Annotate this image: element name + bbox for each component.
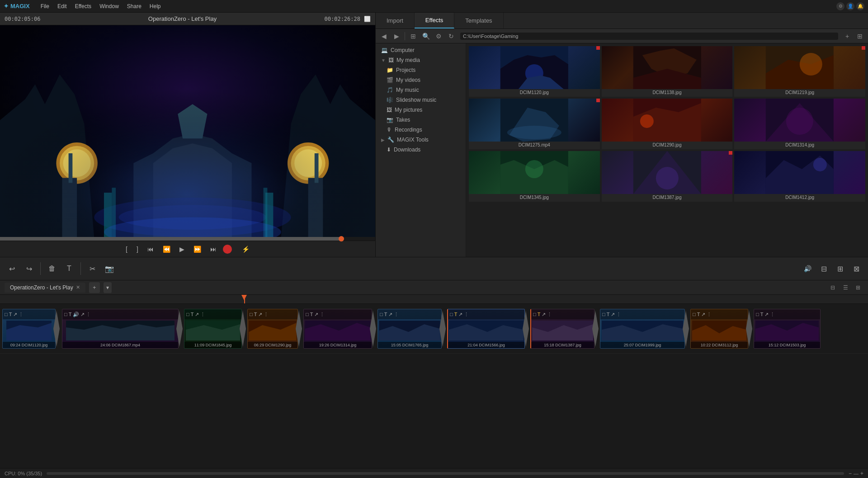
maximize-preview-button[interactable]: ⬜ — [364, 16, 371, 22]
media-thumb-1[interactable]: DCIM1120.jpg — [469, 46, 600, 97]
clip-menu-1[interactable]: ⋮ — [19, 312, 24, 317]
search-button[interactable]: 🔍 — [420, 31, 431, 42]
clip-checkbox-1[interactable]: □ — [5, 312, 8, 317]
play-button[interactable]: ▶ — [177, 244, 187, 255]
clip-info-5: 19:26 DCIM1314.jpg — [304, 342, 372, 348]
go-to-end-button[interactable]: ⏭ — [208, 244, 219, 255]
clip-5[interactable]: □ T ↗ ⋮ 19:26 DCIM1314.jpg — [303, 309, 372, 349]
tree-item-computer[interactable]: 💻 Computer — [376, 45, 466, 55]
thumb-label-7: DCIM1345.jpg — [469, 194, 600, 202]
media-thumb-8[interactable]: DCIM1387.jpg — [602, 151, 733, 202]
menu-window[interactable]: Window — [96, 2, 123, 10]
menu-file[interactable]: File — [37, 2, 53, 10]
tree-item-projects[interactable]: 📁 Projects — [376, 65, 466, 75]
tree-item-my-videos[interactable]: 🎬 My videos — [376, 75, 466, 85]
close-tab-button[interactable]: ✕ — [76, 284, 80, 290]
menu-edit[interactable]: Edit — [54, 2, 71, 10]
thumb-label-2: DCIM1138.jpg — [602, 89, 733, 97]
redo-button[interactable]: ↪ — [22, 261, 36, 276]
clip-10[interactable]: □ T ↗ ⋮ 10:22 DCIM3112.jpg — [690, 309, 748, 349]
tab-import[interactable]: Import — [376, 13, 415, 28]
timeline-scrollbar[interactable] — [47, 472, 844, 475]
minimize-button[interactable]: ⚙ — [836, 2, 844, 10]
tab-effects[interactable]: Effects — [415, 13, 455, 28]
menu-help[interactable]: Help — [146, 2, 165, 10]
media-thumb-6[interactable]: DCIM1314.jpg — [734, 99, 865, 149]
undo-button[interactable]: ↩ — [5, 261, 19, 276]
tree-item-slideshow-music[interactable]: 🎼 Slideshow music — [376, 95, 466, 105]
timeline-view-button[interactable]: ⊞ — [833, 261, 847, 276]
refresh-button[interactable]: ↻ — [446, 31, 457, 42]
svg-point-19 — [104, 217, 281, 237]
storyboard-view-button[interactable]: ⊟ — [816, 261, 831, 276]
clip-thumb-7 — [448, 319, 524, 342]
media-thumb-2[interactable]: DCIM1138.jpg — [602, 46, 733, 97]
zoom-out-button[interactable]: − — [849, 470, 852, 477]
delete-button[interactable]: 🗑 — [45, 261, 59, 276]
path-bar[interactable]: C:\User\Footage\Gaming — [460, 33, 838, 40]
back-button[interactable]: ◀ — [378, 31, 389, 42]
settings-button[interactable]: ⚙ — [433, 31, 444, 42]
text-button[interactable]: T — [62, 261, 76, 276]
tree-item-my-media[interactable]: ▼ 🖼 My media — [376, 55, 466, 65]
next-frame-button[interactable]: ⏩ — [191, 244, 204, 255]
volume-button[interactable]: 🔊 — [800, 261, 815, 276]
add-location-button[interactable]: + — [842, 31, 853, 42]
clip-4[interactable]: □ T ↗ ⋮ 06:29 DCIM1290.jpg — [247, 309, 298, 349]
mark-in-button[interactable]: [ — [123, 244, 130, 255]
forward-button[interactable]: ▶ — [391, 31, 402, 42]
preview-progressbar[interactable] — [0, 237, 375, 241]
media-thumb-4[interactable]: DCIM1275.mp4 — [469, 99, 600, 149]
media-grid: DCIM1120.jpg DCIM1138.jpg DCIM1219.jp — [466, 43, 868, 257]
media-thumb-9[interactable]: DCIM1412.jpg — [734, 151, 865, 202]
clip-6[interactable]: □ T ↗ ⋮ 15:05 DCIM1765.jpg — [377, 309, 442, 349]
tree-item-magix-tools[interactable]: ▶ 🔧 MAGIX Tools — [376, 135, 466, 145]
tree-item-downloads[interactable]: ⬇ Downloads — [376, 145, 466, 155]
zoom-in-button[interactable]: + — [860, 470, 863, 477]
go-to-start-button[interactable]: ⏮ — [145, 244, 156, 255]
notifications-button[interactable]: 🔔 — [856, 2, 864, 10]
clip-7[interactable]: □ T ↗ ⋮ 21:04 DCIM1566.jpg — [447, 309, 525, 349]
tree-item-my-music[interactable]: 🎵 My music — [376, 85, 466, 95]
account-button[interactable]: 👤 — [846, 2, 854, 10]
clip-info-10: 10:22 DCIM3112.jpg — [691, 342, 748, 348]
folder-view-button[interactable]: ⊞ — [408, 31, 419, 42]
tree-item-recordings[interactable]: 🎙 Recordings — [376, 125, 466, 135]
main-container: 00:02:05:06 OperationZero - Let's Play 0… — [0, 13, 868, 478]
timeline-tab[interactable]: OperationZero - Let's Play ✕ — [5, 283, 85, 293]
clip-8[interactable]: □ T ↗ ⋮ 15:18 DCIM1387.jpg — [530, 309, 594, 349]
clip-11[interactable]: □ T ↗ ⋮ 15:12 DCIM1503.jpg — [754, 309, 821, 349]
timeline-mode-button[interactable]: ☰ — [840, 282, 851, 293]
media-thumb-5[interactable]: DCIM1290.jpg — [602, 99, 733, 149]
record-button[interactable] — [223, 245, 232, 254]
menu-share[interactable]: Share — [123, 2, 145, 10]
grid-view-button[interactable]: ⊞ — [854, 31, 865, 42]
clip-text-1[interactable]: T — [9, 312, 12, 317]
tab-dropdown-button[interactable]: ▾ — [104, 282, 112, 293]
prev-frame-button[interactable]: ⏪ — [160, 244, 173, 255]
tab-templates[interactable]: Templates — [454, 13, 503, 28]
tree-item-takes[interactable]: 📷 Takes — [376, 115, 466, 125]
lightning-button[interactable]: ⚡ — [239, 244, 252, 255]
mark-out-button[interactable]: ] — [134, 244, 141, 255]
progress-thumb[interactable] — [339, 236, 344, 241]
multi-cam-button[interactable]: ⊞ — [853, 282, 863, 293]
snapshot-button[interactable]: 📷 — [102, 261, 117, 276]
view-options-button[interactable]: ⊠ — [849, 261, 863, 276]
clip-3[interactable]: □ T ↗ ⋮ 11:09 DCIM1845.jpg — [184, 309, 242, 349]
svg-point-34 — [656, 167, 678, 189]
clip-2[interactable]: □ T 🔊 ↗ ⋮ 24:06 DCIM1867.mp4 — [62, 309, 179, 349]
menu-bar: File Edit Effects Window Share Help — [37, 2, 165, 10]
add-tab-button[interactable]: + — [89, 282, 100, 293]
storyboard-mode-button[interactable]: ⊟ — [827, 282, 838, 293]
tree-item-my-pictures[interactable]: 🖼 My pictures — [376, 105, 466, 115]
media-thumb-3[interactable]: DCIM1219.jpg — [734, 46, 865, 97]
menu-effects[interactable]: Effects — [71, 2, 95, 10]
preview-controls: [ ] ⏮ ⏪ ▶ ⏩ ⏭ ⚡ — [0, 241, 375, 257]
clip-1[interactable]: □ T ↗ ⋮ 09:24 DCIM1120.jpg — [2, 309, 56, 349]
transitions-button[interactable]: ✂ — [85, 261, 99, 276]
clip-thumb-2 — [62, 319, 178, 342]
clip-9[interactable]: □ T ↗ ⋮ 25:07 DCIM1999.jpg — [600, 309, 685, 349]
media-thumb-7[interactable]: DCIM1345.jpg — [469, 151, 600, 202]
clip-export-1[interactable]: ↗ — [13, 312, 17, 317]
